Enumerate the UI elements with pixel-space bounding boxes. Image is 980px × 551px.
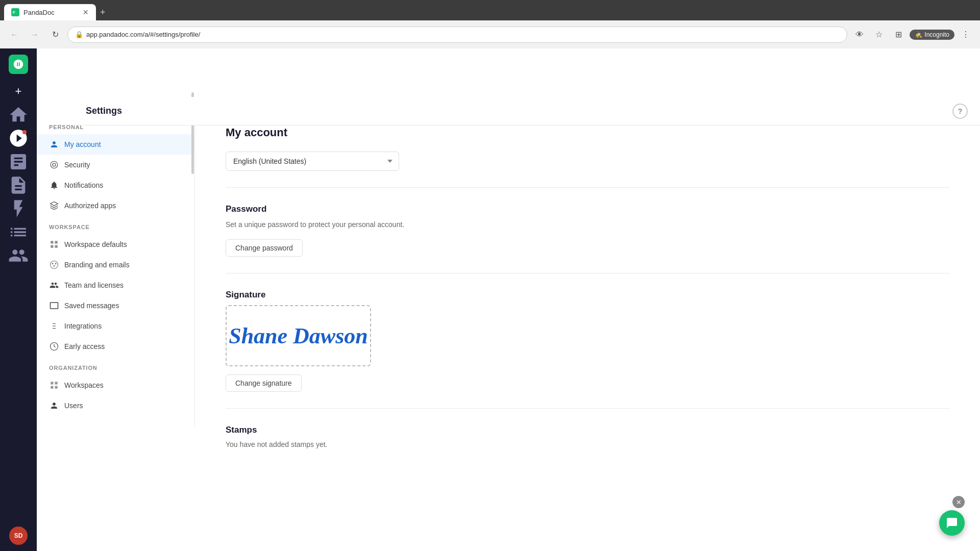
integrations-label: Integrations	[64, 322, 102, 330]
user-avatar[interactable]: SD	[9, 527, 28, 545]
tab-close-button[interactable]: ✕	[83, 8, 89, 16]
stamps-title: Stamps	[226, 425, 949, 435]
security-icon	[49, 160, 59, 170]
svg-point-4	[52, 263, 54, 264]
active-tab[interactable]: P PandaDoc ✕	[4, 4, 96, 20]
settings-sidebar: PERSONAL My account Security	[37, 106, 195, 426]
workspaces-label: Workspaces	[64, 381, 104, 389]
sidebar-item-notifications[interactable]: Notifications	[37, 175, 194, 195]
settings-body: PERSONAL My account Security	[37, 77, 980, 551]
settings-main: My account English (United States) Passw…	[195, 106, 980, 551]
activity-button[interactable]	[8, 128, 29, 148]
early-access-icon	[49, 341, 59, 352]
page-title: My account	[226, 126, 949, 139]
users-label: Users	[64, 402, 83, 410]
sidebar-wrapper: PERSONAL My account Security	[37, 77, 195, 551]
refresh-button[interactable]: ↻	[47, 27, 63, 43]
svg-point-3	[51, 261, 58, 269]
settings-header: Settings ?	[74, 97, 980, 126]
authorized-apps-icon	[49, 201, 59, 211]
sidebar-item-users[interactable]: Users	[37, 395, 194, 416]
list-button[interactable]	[8, 222, 29, 242]
sidebar-item-early-access[interactable]: Early access	[37, 336, 194, 357]
documents-button[interactable]	[8, 175, 29, 195]
sidebar-item-saved-messages[interactable]: Saved messages	[37, 295, 194, 316]
integrations-icon	[49, 321, 59, 331]
address-bar[interactable]: 🔒 app.pandadoc.com/a/#/settings/profile/	[67, 27, 847, 43]
tab-bar: P PandaDoc ✕ +	[0, 0, 980, 20]
my-account-label: My account	[64, 140, 101, 148]
help-button[interactable]: ?	[952, 104, 968, 119]
stamps-description: You have not added stamps yet.	[226, 440, 949, 448]
sidebar-icon[interactable]: ⊞	[890, 27, 906, 43]
sidebar-item-security[interactable]: Security	[37, 155, 194, 175]
svg-text:P: P	[13, 11, 15, 14]
lightning-button[interactable]	[8, 198, 29, 219]
password-description: Set a unique password to protect your pe…	[226, 219, 949, 230]
svg-point-6	[54, 265, 55, 267]
password-section: Password Set a unique password to protec…	[226, 204, 949, 257]
new-tab-button[interactable]: +	[100, 8, 106, 17]
sidebar-item-workspaces[interactable]: Workspaces	[37, 375, 194, 395]
chat-close-button[interactable]: ✕	[952, 496, 965, 508]
notifications-icon	[49, 180, 59, 190]
home-button[interactable]	[8, 105, 29, 125]
signature-text: Shane Dawson	[229, 323, 368, 349]
change-password-button[interactable]: Change password	[226, 239, 303, 257]
users-button[interactable]	[8, 245, 29, 266]
branding-emails-icon	[49, 260, 59, 270]
incognito-label: Incognito	[924, 31, 949, 38]
signature-title: Signature	[226, 290, 949, 300]
sidebar-item-workspace-defaults[interactable]: Workspace defaults	[37, 234, 194, 255]
notifications-label: Notifications	[64, 181, 103, 189]
tab-title: PandaDoc	[23, 9, 79, 16]
nav-rail: + SD	[0, 48, 37, 551]
avatar-initials: SD	[14, 532, 23, 539]
language-select[interactable]: English (United States)	[226, 152, 399, 171]
change-signature-button[interactable]: Change signature	[226, 374, 302, 392]
svg-point-2	[51, 161, 58, 168]
address-text: app.pandadoc.com/a/#/settings/profile/	[86, 31, 200, 38]
settings-title: Settings	[86, 106, 122, 116]
nav-right-icons: 👁 ☆ ⊞ 🕵 Incognito ⋮	[851, 27, 974, 43]
sidebar-item-team-licenses[interactable]: Team and licenses	[37, 275, 194, 295]
team-licenses-label: Team and licenses	[64, 281, 124, 289]
team-licenses-icon	[49, 280, 59, 290]
sidebar-item-branding-emails[interactable]: Branding and emails	[37, 255, 194, 275]
more-menu-button[interactable]: ⋮	[958, 27, 974, 43]
password-title: Password	[226, 204, 949, 214]
sidebar-item-integrations[interactable]: Integrations	[37, 316, 194, 336]
sidebar-item-authorized-apps[interactable]: Authorized apps	[37, 195, 194, 216]
workspaces-icon	[49, 380, 59, 390]
divider-3	[226, 408, 949, 409]
organization-section-label: ORGANIZATION	[37, 357, 194, 375]
workspace-defaults-icon	[49, 239, 59, 249]
incognito-badge[interactable]: 🕵 Incognito	[910, 30, 954, 40]
settings-panel: Settings ? PERSONAL My account	[37, 48, 980, 551]
divider-1	[226, 187, 949, 188]
stamps-section: Stamps You have not added stamps yet.	[226, 425, 949, 448]
sidebar-item-my-account[interactable]: My account	[37, 134, 194, 155]
browser-chrome: P PandaDoc ✕ + ← → ↻ 🔒 app.pandadoc.com/…	[0, 0, 980, 48]
saved-messages-label: Saved messages	[64, 302, 119, 310]
authorized-apps-label: Authorized apps	[64, 202, 116, 210]
svg-point-5	[55, 263, 57, 264]
incognito-icon: 🕵	[915, 31, 922, 38]
bookmark-icon[interactable]: ☆	[871, 27, 887, 43]
early-access-label: Early access	[64, 342, 105, 350]
add-button[interactable]: +	[8, 81, 29, 102]
chat-widget-button[interactable]	[939, 510, 965, 536]
branding-emails-label: Branding and emails	[64, 261, 130, 269]
eye-slash-icon[interactable]: 👁	[851, 27, 868, 43]
signature-box[interactable]: Shane Dawson	[226, 305, 371, 366]
app-logo[interactable]	[9, 55, 28, 74]
divider-2	[226, 273, 949, 273]
my-account-icon	[49, 139, 59, 149]
users-icon	[49, 400, 59, 411]
nav-bar: ← → ↻ 🔒 app.pandadoc.com/a/#/settings/pr…	[0, 20, 980, 48]
activity-badge	[22, 130, 27, 134]
analytics-button[interactable]	[8, 152, 29, 172]
forward-button[interactable]: →	[27, 27, 43, 43]
back-button[interactable]: ←	[6, 27, 22, 43]
svg-point-1	[53, 163, 56, 166]
